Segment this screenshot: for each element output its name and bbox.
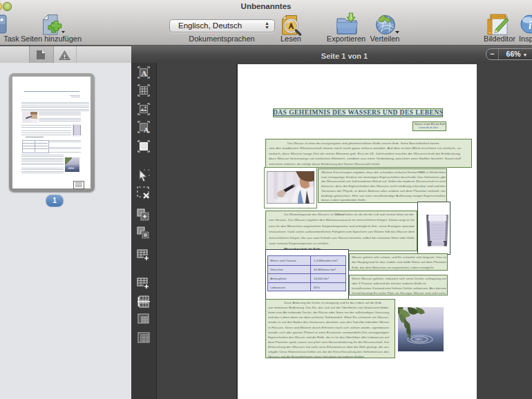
- svg-text:A: A: [142, 69, 147, 77]
- svg-text:i: i: [529, 19, 532, 31]
- svg-text:A: A: [144, 126, 149, 134]
